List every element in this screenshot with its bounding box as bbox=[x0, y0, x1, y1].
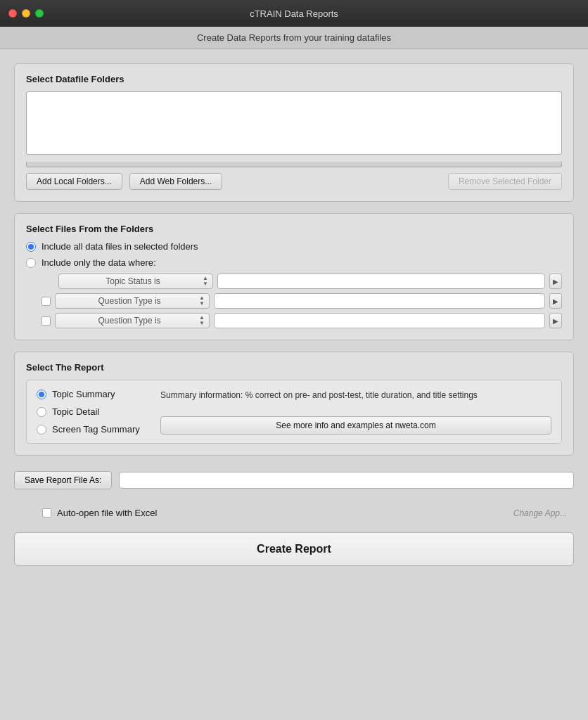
subtitle-text: Create Data Reports from your training d… bbox=[197, 32, 391, 43]
filter1-value-input[interactable] bbox=[217, 274, 545, 289]
radio-topic-detail[interactable] bbox=[37, 407, 46, 417]
radio-all-input[interactable] bbox=[26, 242, 36, 252]
traffic-lights bbox=[8, 9, 44, 18]
minimize-button[interactable] bbox=[22, 9, 30, 18]
maximize-button[interactable] bbox=[35, 9, 44, 18]
filter1-arrow-down: ▼ bbox=[203, 281, 208, 287]
filter2-expand-button[interactable]: ▶ bbox=[549, 293, 562, 309]
report-option-screen-tag: Screen Tag Summary bbox=[37, 424, 149, 435]
report-options: Topic Summary Topic Detail Screen Tag Su… bbox=[37, 389, 149, 435]
folders-buttons-row: Add Local Folders... Add Web Folders... … bbox=[26, 173, 562, 190]
change-app-link[interactable]: Change App... bbox=[513, 508, 567, 518]
datafile-section-title: Select Datafile Folders bbox=[26, 74, 562, 84]
save-report-button[interactable]: Save Report File As: bbox=[14, 471, 112, 489]
filter3-stepper: ▲ ▼ bbox=[199, 314, 205, 327]
filter3-type-label: Question Type is bbox=[60, 316, 199, 326]
report-section: Select The Report Topic Summary Topic De… bbox=[14, 352, 574, 456]
report-section-title: Select The Report bbox=[26, 362, 562, 373]
save-path-input[interactable] bbox=[119, 472, 574, 489]
remove-selected-folder-button[interactable]: Remove Selected Folder bbox=[448, 173, 562, 190]
filter1-stepper: ▲ ▼ bbox=[203, 275, 208, 288]
radio-all-row: Include all data files in selected folde… bbox=[26, 241, 562, 252]
radio-screen-tag-label: Screen Tag Summary bbox=[52, 424, 140, 435]
radio-filter-row: Include only the data where: bbox=[26, 257, 562, 268]
close-button[interactable] bbox=[8, 9, 17, 18]
radio-topic-summary[interactable] bbox=[37, 390, 46, 399]
filter2-value-input[interactable] bbox=[214, 293, 545, 309]
radio-all-label: Include all data files in selected folde… bbox=[41, 241, 198, 252]
main-content: Select Datafile Folders Add Local Folder… bbox=[0, 49, 588, 591]
radio-filter-input[interactable] bbox=[26, 258, 36, 268]
filter3-arrow-down: ▼ bbox=[199, 321, 205, 326]
report-right-panel: Summary information: % correct on pre- a… bbox=[160, 389, 551, 435]
filter3-type-select[interactable]: Question Type is ▲ ▼ bbox=[55, 313, 210, 328]
filter2-arrow-down: ▼ bbox=[199, 301, 205, 307]
filter3-value-input[interactable] bbox=[214, 313, 545, 328]
add-web-folders-button[interactable]: Add Web Folders... bbox=[129, 173, 223, 190]
filter-rows: Topic Status is ▲ ▼ ▶ Question Type is ▲… bbox=[41, 274, 562, 328]
radio-screen-tag-summary[interactable] bbox=[37, 425, 46, 435]
radio-filter-label: Include only the data where: bbox=[41, 257, 156, 268]
files-radio-group: Include all data files in selected folde… bbox=[26, 241, 562, 268]
radio-topic-summary-label: Topic Summary bbox=[52, 389, 115, 399]
folders-list[interactable] bbox=[26, 91, 562, 155]
report-description: Summary information: % correct on pre- a… bbox=[160, 389, 551, 408]
radio-topic-detail-label: Topic Detail bbox=[52, 406, 99, 417]
window-title: cTRAIN Data Reports bbox=[250, 8, 338, 19]
filter3-checkbox[interactable] bbox=[41, 316, 51, 326]
files-section-title: Select Files From the Folders bbox=[26, 224, 562, 234]
filter1-type-label: Topic Status is bbox=[63, 276, 203, 286]
filter2-checkbox[interactable] bbox=[41, 297, 51, 306]
subtitle-bar: Create Data Reports from your training d… bbox=[0, 27, 588, 49]
report-option-topic-detail: Topic Detail bbox=[37, 406, 149, 417]
auto-open-checkbox[interactable] bbox=[42, 508, 51, 518]
filter2-type-label: Question Type is bbox=[60, 296, 199, 306]
files-section: Select Files From the Folders Include al… bbox=[14, 213, 574, 340]
filter2-type-select[interactable]: Question Type is ▲ ▼ bbox=[55, 293, 210, 309]
filter-row-2: Question Type is ▲ ▼ ▶ bbox=[41, 293, 562, 309]
create-report-button[interactable]: Create Report bbox=[14, 532, 574, 566]
filter-row-1: Topic Status is ▲ ▼ ▶ bbox=[41, 274, 562, 289]
auto-open-row: Auto-open file with Excel Change App... bbox=[14, 505, 574, 518]
filter2-stepper: ▲ ▼ bbox=[199, 295, 205, 307]
report-inner: Topic Summary Topic Detail Screen Tag Su… bbox=[26, 380, 562, 444]
title-bar: cTRAIN Data Reports bbox=[0, 0, 588, 27]
folders-list-scrollbar[interactable] bbox=[26, 162, 562, 167]
report-more-info-button[interactable]: See more info and examples at nweta.com bbox=[160, 416, 551, 435]
datafile-section: Select Datafile Folders Add Local Folder… bbox=[14, 63, 574, 202]
filter-row-3: Question Type is ▲ ▼ ▶ bbox=[41, 313, 562, 328]
filter1-type-select[interactable]: Topic Status is ▲ ▼ bbox=[58, 274, 213, 289]
filter1-expand-button[interactable]: ▶ bbox=[549, 274, 562, 289]
auto-open-label: Auto-open file with Excel bbox=[57, 508, 157, 518]
filter3-expand-button[interactable]: ▶ bbox=[549, 313, 562, 328]
report-option-topic-summary: Topic Summary bbox=[37, 389, 149, 399]
save-row: Save Report File As: bbox=[14, 467, 574, 494]
add-local-folders-button[interactable]: Add Local Folders... bbox=[26, 173, 122, 190]
